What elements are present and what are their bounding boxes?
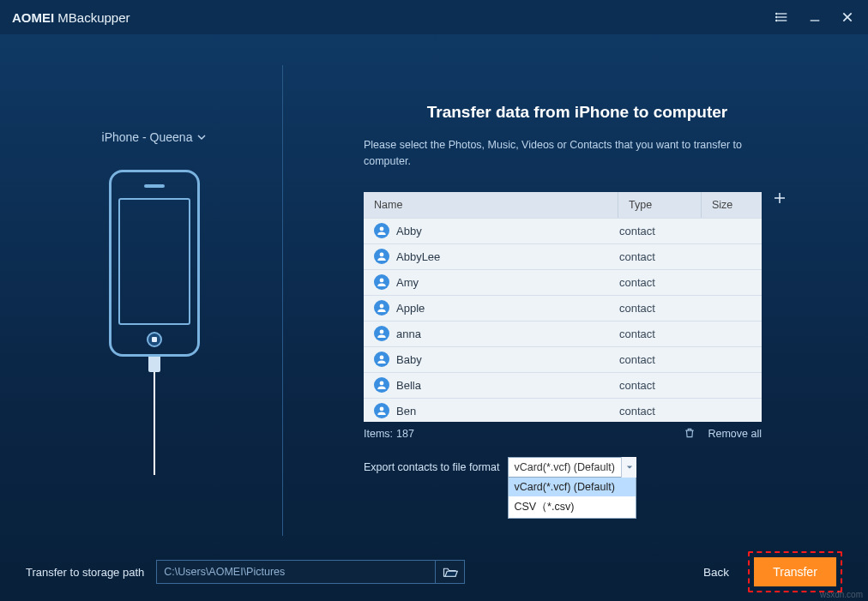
cell-name: Amy (396, 276, 419, 289)
triangle-down-icon (626, 464, 633, 471)
table-row[interactable]: Amycontact (364, 269, 762, 295)
back-button[interactable]: Back (703, 566, 729, 579)
export-option[interactable]: vCard(*.vcf) (Default) (509, 478, 636, 496)
table-body: AbbycontactAbbyLeecontactAmycontactApple… (364, 218, 762, 422)
device-selector[interactable]: iPhone - Queena (102, 130, 207, 144)
app-title-light: MBackupper (54, 10, 130, 25)
watermark: wsxdn.com (820, 590, 863, 599)
export-format-dropdown: vCard(*.vcf) (Default)CSV（*.csv) (508, 478, 636, 519)
browse-button[interactable] (435, 561, 464, 583)
table-row[interactable]: Bellacontact (364, 372, 762, 398)
table-row[interactable]: Applecontact (364, 295, 762, 321)
cell-type: contact (619, 250, 702, 263)
table-row[interactable]: Abbycontact (364, 218, 762, 243)
transfer-highlight: Transfer (748, 551, 842, 592)
device-name: iPhone - Queena (102, 130, 193, 144)
delete-button[interactable] (684, 427, 696, 442)
contact-icon (374, 223, 389, 238)
export-format-select[interactable]: vCard(*.vcf) (Default) vCard(*.vcf) (Def… (508, 457, 636, 478)
items-label: Items: (364, 428, 393, 440)
cell-type: contact (619, 379, 702, 392)
export-row: Export contacts to file format vCard(*.v… (364, 457, 791, 478)
cell-type: contact (619, 276, 702, 289)
bottom-bar: Transfer to storage path C:\Users\AOMEI\… (0, 543, 868, 601)
remove-all-link[interactable]: Remove all (708, 428, 762, 440)
menu-list-icon[interactable] (774, 9, 791, 26)
contact-icon (374, 403, 389, 418)
col-header-type[interactable]: Type (618, 199, 701, 211)
col-header-name[interactable]: Name (364, 199, 618, 211)
contact-icon (374, 274, 389, 290)
phone-icon (109, 170, 200, 357)
plus-icon (772, 190, 787, 206)
table-row[interactable]: AbbyLeecontact (364, 243, 762, 269)
storage-path-label: Transfer to storage path (26, 566, 144, 579)
cell-name: Bella (396, 379, 421, 392)
cell-type: contact (619, 405, 702, 418)
contact-icon (374, 377, 389, 393)
window-controls (774, 9, 856, 26)
contact-icon (374, 326, 389, 341)
cable-icon (154, 372, 155, 475)
cell-type: contact (619, 328, 702, 340)
cell-name: Baby (396, 353, 422, 366)
export-option[interactable]: CSV（*.csv) (509, 496, 636, 518)
cell-name: AbbyLee (396, 250, 440, 263)
svg-point-4 (776, 16, 777, 17)
cell-type: contact (619, 225, 702, 237)
cell-type: contact (619, 302, 702, 315)
content-area: iPhone - Queena Transfer data from iPhon… (26, 65, 842, 536)
table-footer: Items: 187 Remove all (364, 427, 762, 442)
transfer-button[interactable]: Transfer (754, 557, 836, 586)
dropdown-toggle[interactable] (621, 457, 636, 478)
svg-point-3 (776, 13, 777, 14)
items-count: 187 (396, 428, 414, 440)
app-title: AOMEI MBackupper (12, 10, 130, 25)
table-header: Name Type Size (364, 192, 762, 218)
title-bar: AOMEI MBackupper (0, 0, 868, 34)
minimize-button[interactable] (806, 9, 823, 26)
contact-icon (374, 352, 389, 367)
cell-name: Apple (396, 302, 425, 315)
phone-illustration (109, 170, 200, 475)
cell-name: anna (396, 328, 421, 340)
cell-name: Abby (396, 225, 422, 237)
app-title-strong: AOMEI (12, 10, 54, 25)
cell-type: contact (619, 353, 702, 366)
table-row[interactable]: Bencontact (364, 398, 762, 422)
table-row[interactable]: annacontact (364, 321, 762, 346)
close-button[interactable] (839, 9, 856, 26)
export-label: Export contacts to file format (364, 457, 499, 473)
contact-icon (374, 249, 389, 264)
contact-icon (374, 300, 389, 316)
main-panel: Transfer data from iPhone to computer Pl… (283, 65, 842, 536)
device-panel: iPhone - Queena (26, 65, 283, 536)
cell-name: Ben (396, 405, 416, 418)
export-format-value: vCard(*.vcf) (Default) (508, 457, 636, 478)
items-table: Name Type Size AbbycontactAbbyLeecontact… (364, 192, 762, 422)
storage-path-box: C:\Users\AOMEI\Pictures (156, 560, 465, 584)
add-button[interactable] (772, 190, 787, 209)
page-subtitle: Please select the Photos, Music, Videos … (364, 137, 791, 170)
col-header-size[interactable]: Size (702, 199, 762, 211)
chevron-down-icon (197, 133, 206, 141)
usb-connector-icon (148, 357, 160, 372)
folder-open-icon (443, 566, 458, 578)
table-row[interactable]: Babycontact (364, 346, 762, 372)
page-title: Transfer data from iPhone to computer (364, 103, 791, 122)
storage-path-input[interactable]: C:\Users\AOMEI\Pictures (157, 566, 435, 578)
trash-icon (684, 427, 696, 439)
app-window: AOMEI MBackupper iPhone - Queena (0, 0, 868, 601)
svg-point-5 (776, 20, 777, 21)
